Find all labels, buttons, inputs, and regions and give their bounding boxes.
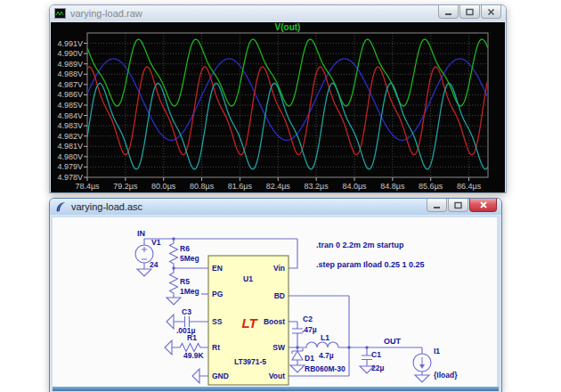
minimize-button[interactable]	[438, 5, 459, 19]
y-axis-label: 4.981V	[57, 142, 83, 151]
maximize-icon	[466, 8, 474, 16]
x-axis-label: 83.2µs	[305, 182, 329, 191]
y-axis-label: 4.982V	[57, 132, 83, 141]
trace-Iload=0.50[interactable]	[87, 39, 488, 106]
x-axis-label: 84.0µs	[342, 182, 367, 191]
pin-boost: Boost	[264, 317, 285, 326]
directive-step[interactable]: .step param Iload 0.25 1 0.25	[316, 260, 425, 269]
y-axis-label: 4.984V	[57, 111, 83, 120]
y-axis-label: 4.991V	[57, 39, 83, 48]
label-v1-ref[interactable]: V1	[151, 238, 161, 247]
x-axis-label: 80.8µs	[190, 182, 215, 191]
label-l1-value[interactable]: 4.7µ	[319, 351, 334, 360]
pin-rt: Rt	[212, 343, 220, 352]
waveform-window-title: varying-load.raw	[70, 8, 142, 19]
schematic-window-title: varying-load.asc	[71, 201, 142, 212]
net-label-in[interactable]: IN	[137, 229, 145, 238]
waveform-plot[interactable]: 4.991V4.990V4.989V4.988V4.987V4.986V4.98…	[51, 22, 505, 192]
y-axis-label: 4.987V	[57, 80, 83, 89]
x-axis-label: 84.8µs	[380, 182, 405, 191]
label-i1-ref[interactable]: I1	[434, 347, 440, 355]
y-axis-label: 4.989V	[57, 60, 83, 69]
close-icon	[479, 200, 488, 209]
label-c2-ref[interactable]: C2	[303, 314, 313, 323]
pin-ss: SS	[212, 317, 223, 326]
label-r5-value[interactable]: 1Meg	[180, 287, 199, 296]
y-axis-label: 4.986V	[57, 90, 83, 99]
maximize-button[interactable]	[448, 199, 468, 212]
ltspice-icon	[54, 200, 67, 213]
plot-title: V(out)	[275, 22, 301, 32]
capacitor-c2[interactable]	[289, 322, 303, 347]
close-button[interactable]	[469, 199, 497, 212]
x-axis-label: 78.4µs	[75, 182, 100, 191]
label-i1-value[interactable]: {Iload}	[434, 371, 458, 380]
waveform-file-icon	[54, 8, 66, 19]
waveform-window: varying-load.raw 4.991V4.990V4.989V4.988…	[49, 4, 507, 193]
label-u1-ref[interactable]: U1	[243, 274, 253, 283]
pin-bd: BD	[274, 291, 285, 300]
window-bottom-edge	[53, 387, 499, 391]
waveform-titlebar[interactable]: varying-load.raw	[50, 5, 506, 21]
x-axis-label: 79.2µs	[113, 182, 138, 191]
pin-pg: PG	[212, 290, 224, 298]
waveform-plot-area[interactable]: 4.991V4.990V4.989V4.988V4.987V4.986V4.98…	[51, 22, 505, 192]
schematic-titlebar[interactable]: varying-load.asc	[50, 199, 501, 215]
y-axis-label: 4.988V	[57, 69, 83, 78]
label-c1-value[interactable]: 22µ	[371, 363, 384, 372]
label-c3-ref[interactable]: C3	[182, 307, 191, 316]
y-axis-label: 4.990V	[57, 49, 83, 58]
label-r6-value[interactable]: 5Meg	[180, 254, 199, 263]
ground-gnd-pin[interactable]	[192, 369, 208, 383]
y-axis-label: 4.979V	[57, 162, 83, 171]
pin-vout: Vout	[269, 372, 285, 380]
x-axis-label: 81.6µs	[228, 182, 253, 191]
minimize-icon	[444, 8, 452, 16]
x-axis-label: 82.4µs	[266, 182, 291, 191]
diode-d1[interactable]	[290, 347, 305, 372]
x-axis-label: 80.0µs	[151, 182, 176, 191]
label-d1-ref[interactable]: D1	[305, 354, 314, 363]
close-icon	[487, 8, 495, 16]
label-r1-ref[interactable]: R1	[187, 333, 197, 342]
minimize-icon	[433, 201, 441, 209]
maximize-button[interactable]	[459, 5, 480, 19]
maximize-icon	[454, 201, 462, 209]
y-axis-label: 4.980V	[57, 152, 83, 161]
label-r1-value[interactable]: 49.9K	[183, 351, 205, 360]
schematic-canvas-frame: IN OUT .tran 0 2.2m 2m startup .step par…	[51, 216, 500, 392]
pin-sw: SW	[272, 343, 286, 352]
label-r6-ref[interactable]: R6	[180, 244, 190, 253]
resistor-r6[interactable]	[170, 239, 178, 268]
voltage-source-v1[interactable]	[135, 239, 153, 276]
y-axis-label: 4.985V	[57, 101, 83, 110]
label-u1-part[interactable]: LT3971-5	[234, 357, 266, 366]
x-axis-label: 85.6µs	[419, 182, 443, 191]
close-button[interactable]	[481, 5, 501, 19]
desktop: { "plot_window": { "title": "varying-loa…	[0, 0, 561, 392]
label-r5-ref[interactable]: R5	[180, 277, 190, 286]
lt-logo: LT	[241, 315, 258, 331]
schematic-drawing[interactable]: IN OUT .tran 0 2.2m 2m startup .step par…	[53, 217, 497, 387]
current-source-i1[interactable]	[413, 347, 431, 382]
x-axis-label: 86.4µs	[457, 182, 482, 191]
directive-tran[interactable]: .tran 0 2.2m 2m startup	[316, 241, 404, 249]
net-label-out[interactable]: OUT	[384, 337, 402, 346]
pin-gnd: GND	[212, 372, 229, 380]
label-l1-ref[interactable]: L1	[321, 333, 329, 342]
label-v1-value[interactable]: 24	[150, 260, 159, 269]
resistor-r5[interactable]	[167, 268, 181, 305]
label-c2-value[interactable]: .47µ	[302, 325, 317, 334]
y-axis-label: 4.983V	[57, 121, 83, 130]
y-axis-label: 4.978V	[57, 173, 83, 182]
pin-vin: Vin	[273, 264, 285, 273]
schematic-window: varying-load.asc	[49, 198, 502, 392]
pin-en: EN	[212, 264, 223, 273]
label-c1-ref[interactable]: C1	[371, 350, 381, 359]
label-d1-value[interactable]: RB060M-30	[305, 364, 346, 373]
schematic-canvas[interactable]: IN OUT .tran 0 2.2m 2m startup .step par…	[53, 217, 497, 387]
minimize-button[interactable]	[427, 199, 447, 212]
